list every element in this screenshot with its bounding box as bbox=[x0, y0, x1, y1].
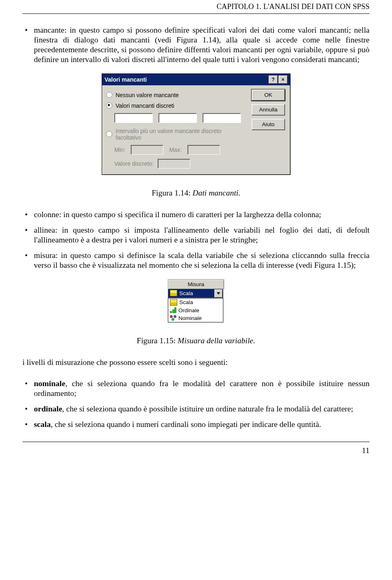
min-input bbox=[131, 145, 163, 155]
ruler-icon bbox=[170, 299, 177, 306]
option-label: Ordinale bbox=[178, 307, 199, 313]
caption-prefix: Figura 1.14: bbox=[151, 189, 192, 197]
term-rest: , che si seleziona quando è possibile is… bbox=[62, 404, 353, 413]
option-scala[interactable]: Scala bbox=[168, 298, 223, 307]
page-number: 11 bbox=[22, 442, 370, 455]
discrete-value-3-input[interactable] bbox=[203, 113, 241, 123]
term-scala: scala bbox=[34, 420, 51, 429]
term-ordinale: ordinale bbox=[34, 404, 62, 413]
discrete-value-2-input[interactable] bbox=[158, 113, 197, 123]
radio-label: Intervallo più un valore mancante discre… bbox=[116, 128, 245, 141]
ok-button[interactable]: OK bbox=[252, 89, 285, 101]
help-icon[interactable]: ? bbox=[269, 76, 278, 84]
option-nominale[interactable]: Nominale bbox=[168, 314, 223, 322]
caption-text: Dati mancanti. bbox=[193, 189, 241, 197]
caption-text: Misuara della variabile. bbox=[178, 336, 255, 345]
measure-dropdown-list: Scala Ordinale Nominale bbox=[168, 298, 223, 322]
radio-discrete-missing[interactable]: Valori mancanti discreti bbox=[106, 102, 245, 109]
dialog-title: Valori mancanti bbox=[105, 76, 147, 83]
svg-marker-0 bbox=[217, 292, 220, 295]
figure-measure-dropdown: Misura Scala Scala Ordinale bbox=[22, 279, 370, 323]
max-label: Max: bbox=[169, 147, 181, 153]
discrete-value-1-input[interactable] bbox=[114, 113, 153, 123]
discrete-value-label: Valore discreto: bbox=[114, 160, 154, 167]
cancel-button[interactable]: Annulla bbox=[252, 104, 285, 116]
column-header-measure[interactable]: Misura bbox=[168, 279, 224, 289]
radio-range-missing[interactable]: Intervallo più un valore mancante discre… bbox=[106, 128, 245, 141]
paragraph-levels-intro: i livelli di misurazione che possono ess… bbox=[22, 358, 370, 367]
list-item: colonne: in questo campo si specifica il… bbox=[22, 210, 370, 220]
term-nominale: nominale bbox=[34, 379, 65, 388]
radio-label: Nessun valore mancante bbox=[116, 92, 179, 98]
radio-icon bbox=[106, 102, 112, 109]
list-item: mancante: in questo campo si possono def… bbox=[22, 25, 370, 64]
list-item: nominale, che si seleziona quando fra le… bbox=[22, 379, 370, 398]
option-ordinale[interactable]: Ordinale bbox=[168, 307, 223, 314]
min-label: Min: bbox=[114, 147, 125, 153]
figure-caption: Figura 1.15: Misuara della variabile. bbox=[22, 336, 370, 345]
figure-missing-values-dialog: Valori mancanti ? × Nessun valore mancan… bbox=[22, 73, 370, 175]
discrete-extra-input bbox=[158, 159, 190, 169]
list-item: allinea: in questo campo si imposta l'al… bbox=[22, 225, 370, 245]
max-input bbox=[187, 145, 220, 155]
option-label: Nominale bbox=[178, 315, 202, 321]
caption-prefix: Figura 1.15: bbox=[137, 336, 178, 345]
list-item: misura: in questo campo si definisce la … bbox=[22, 251, 370, 270]
dropdown-button[interactable] bbox=[214, 289, 223, 298]
measure-cell-selected[interactable]: Scala bbox=[168, 289, 223, 298]
radio-icon bbox=[106, 131, 112, 137]
close-icon[interactable]: × bbox=[278, 76, 287, 84]
dialog-titlebar[interactable]: Valori mancanti ? × bbox=[102, 74, 290, 85]
selected-value: Scala bbox=[179, 290, 193, 296]
help-button[interactable]: Aiuto bbox=[252, 119, 285, 130]
option-label: Scala bbox=[179, 299, 193, 305]
term-rest: , che si seleziona quando fra le modalit… bbox=[34, 379, 370, 398]
radio-no-missing[interactable]: Nessun valore mancante bbox=[106, 92, 245, 98]
radio-icon bbox=[106, 92, 112, 98]
list-item: scala, che si seleziona quando i numeri … bbox=[22, 420, 370, 429]
chevron-down-icon bbox=[217, 292, 220, 295]
figure-caption: Figura 1.14: Dati mancanti. bbox=[22, 189, 370, 198]
term-rest: , che si seleziona quando i numeri cardi… bbox=[51, 420, 321, 429]
radio-label: Valori mancanti discreti bbox=[116, 102, 174, 109]
ruler-icon bbox=[170, 290, 177, 296]
list-item: ordinale, che si seleziona quando è poss… bbox=[22, 404, 370, 414]
running-header: CAPITOLO 1. L'ANALISI DEI DATI CON SPSS bbox=[22, 0, 370, 14]
bars-ascending-icon bbox=[170, 307, 176, 313]
categories-icon bbox=[170, 315, 176, 321]
